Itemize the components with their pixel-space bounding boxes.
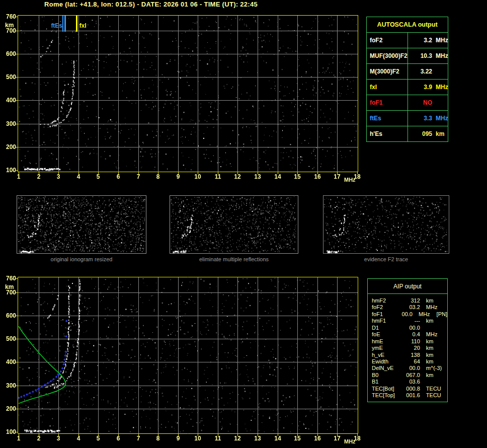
y-axis-tick-label: 760 bbox=[1, 13, 16, 20]
y-axis-tick-label: 760 bbox=[1, 275, 16, 282]
aip-row-foF1: foF100.0MHz[PN] bbox=[372, 311, 447, 318]
x-axis-tick-label: 6 bbox=[113, 173, 124, 180]
parameter-label: M(3000)F2 bbox=[367, 64, 408, 79]
aip-row-D1: D100.0 bbox=[372, 325, 447, 331]
x-axis-tick-label: 4 bbox=[73, 435, 84, 442]
autoscala-report-page: { "header": { "title": "Rome (lat: +41.8… bbox=[0, 0, 487, 448]
x-axis-tick-label: 14 bbox=[272, 435, 283, 442]
y-axis-tick-label: 300 bbox=[1, 382, 16, 389]
parameter-value: 095km bbox=[408, 126, 448, 141]
x-axis-tick-label: 5 bbox=[93, 435, 104, 442]
bottom-ionogram-canvas bbox=[15, 275, 362, 437]
x-axis-tick-label: 15 bbox=[292, 435, 303, 442]
ftEs-marker-label: ftEs bbox=[44, 22, 62, 29]
x-axis-tick-label: 11 bbox=[212, 435, 223, 442]
x-axis-tick-label: 8 bbox=[152, 173, 164, 180]
autoscala-row-M(3000)F2: M(3000)F23.22 bbox=[367, 63, 448, 79]
y-axis-tick-label: 500 bbox=[1, 335, 16, 342]
top-ionogram-canvas bbox=[15, 14, 362, 176]
y-axis-unit-label: km bbox=[5, 22, 14, 29]
aip-output-table: AIP output hmF2312kmfoF203.2MHzfoF100.0M… bbox=[367, 278, 448, 402]
x-axis-tick-label: 7 bbox=[133, 173, 144, 180]
x-axis-unit-label: MHz bbox=[344, 438, 356, 445]
x-axis-tick-label: 16 bbox=[312, 435, 323, 442]
x-axis-tick-label: 13 bbox=[252, 173, 263, 180]
thumbnail-original-ionogram-canvas bbox=[17, 195, 146, 254]
aip-row-hmF1: hmF1---km bbox=[372, 318, 447, 324]
x-axis-tick-label: 16 bbox=[312, 173, 323, 180]
autoscala-row-foF1: foF1NO bbox=[367, 95, 448, 110]
parameter-value: 3.3MHz bbox=[408, 111, 448, 126]
parameter-label: ftEs bbox=[367, 111, 408, 126]
x-axis-tick-label: 10 bbox=[192, 435, 203, 442]
aip-row-B0: B0067.0km bbox=[372, 372, 447, 379]
aip-row-ymE: ymE20km bbox=[372, 345, 447, 351]
aip-table-title: AIP output bbox=[368, 279, 447, 294]
aip-row-Ewidth: Ewidth64km bbox=[372, 358, 447, 365]
x-axis-tick-label: 2 bbox=[33, 435, 44, 442]
autoscala-output-table: AUTOSCALA output foF23.2MHzMUF(3000)F210… bbox=[366, 17, 448, 142]
x-axis-tick-label: 2 bbox=[33, 173, 44, 180]
thumbnail-caption-3: evidence F2 trace bbox=[323, 256, 449, 262]
parameter-label: h'Es bbox=[367, 126, 408, 141]
x-axis-tick-label: 15 bbox=[292, 173, 303, 180]
aip-row-B1: B103.6 bbox=[372, 379, 447, 385]
x-axis-tick-label: 5 bbox=[93, 173, 104, 180]
x-axis-tick-label: 13 bbox=[252, 435, 263, 442]
x-axis-unit-label: MHz bbox=[344, 176, 356, 183]
y-axis-tick-label: 600 bbox=[1, 50, 16, 57]
x-axis-tick-label: 6 bbox=[113, 435, 124, 442]
parameter-label: foF1 bbox=[367, 95, 408, 110]
y-axis-tick-label: 400 bbox=[1, 358, 16, 365]
x-axis-tick-label: 9 bbox=[173, 173, 184, 180]
thumbnail-caption-1: original ionogram resized bbox=[17, 256, 146, 262]
x-axis-tick-label: 14 bbox=[272, 173, 283, 180]
parameter-label: MUF(3000)F2 bbox=[367, 48, 408, 63]
y-axis-unit-label: km bbox=[5, 283, 14, 290]
x-axis-tick-label: 8 bbox=[152, 435, 164, 442]
x-axis-tick-label: 17 bbox=[332, 173, 343, 180]
autoscala-table-title: AUTOSCALA output bbox=[367, 17, 448, 33]
thumbnail-caption-2: eliminate multiple reflections bbox=[170, 256, 298, 262]
aip-row-hmE: hmE110km bbox=[372, 338, 447, 345]
x-axis-tick-label: 7 bbox=[133, 435, 144, 442]
y-axis-tick-label: 500 bbox=[1, 73, 16, 81]
y-axis-tick-label: 200 bbox=[1, 405, 16, 412]
x-axis-tick-label: 4 bbox=[73, 173, 84, 180]
parameter-value: 3.9MHz bbox=[408, 80, 448, 95]
report-title: Rome (lat: +41.8, lon: 012.5) - DATE: 20… bbox=[44, 1, 258, 8]
parameter-value: 3.2MHz bbox=[408, 33, 448, 48]
aip-row-hmF2: hmF2312km bbox=[372, 297, 447, 304]
x-axis-tick-label: 9 bbox=[173, 435, 184, 442]
x-axis-tick-label: 10 bbox=[192, 173, 203, 180]
autoscala-table-rows: foF23.2MHzMUF(3000)F210.3MHzM(3000)F23.2… bbox=[367, 33, 448, 141]
thumbnail-eliminate-reflections-canvas bbox=[170, 195, 298, 254]
x-axis-tick-label: 11 bbox=[212, 173, 223, 180]
parameter-label: fxI bbox=[367, 80, 408, 95]
y-axis-tick-label: 200 bbox=[1, 143, 16, 151]
aip-row-foF2: foF203.2MHz bbox=[372, 304, 447, 311]
x-axis-tick-label: 1 bbox=[13, 173, 24, 180]
y-axis-tick-label: 300 bbox=[1, 120, 16, 127]
autoscala-row-h'Es: h'Es095km bbox=[367, 126, 448, 141]
aip-row-DelN_vE: DelN_vE00.0m^(-3) bbox=[372, 365, 447, 371]
y-axis-tick-label: 100 bbox=[1, 167, 16, 174]
parameter-value: NO bbox=[408, 95, 448, 110]
aip-row-foE: foE0.4MHz bbox=[372, 331, 447, 338]
thumbnail-evidence-f2-trace-canvas bbox=[323, 195, 449, 254]
y-axis-tick-label: 100 bbox=[1, 428, 16, 435]
x-axis-tick-label: 12 bbox=[232, 173, 243, 180]
x-axis-tick-label: 1 bbox=[13, 435, 24, 442]
parameter-value: 3.22 bbox=[408, 64, 448, 79]
aip-row-TEC[Top]: TEC[Top]001.6TECU bbox=[372, 392, 447, 399]
aip-table-rows: hmF2312kmfoF203.2MHzfoF100.0MHz[PN]hmF1-… bbox=[368, 294, 447, 399]
aip-row-h_vE: h_vE138km bbox=[372, 352, 447, 358]
fxI-marker-label: fxI bbox=[79, 22, 87, 29]
x-axis-tick-label: 12 bbox=[232, 435, 243, 442]
parameter-value: 10.3MHz bbox=[408, 48, 448, 63]
y-axis-tick-label: 600 bbox=[1, 312, 16, 319]
x-axis-tick-label: 3 bbox=[53, 435, 64, 442]
autoscala-row-MUF(3000)F2: MUF(3000)F210.3MHz bbox=[367, 48, 448, 63]
parameter-label: foF2 bbox=[367, 33, 408, 48]
x-axis-tick-label: 17 bbox=[332, 435, 343, 442]
